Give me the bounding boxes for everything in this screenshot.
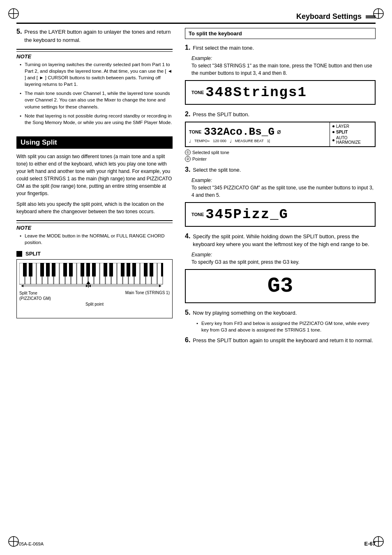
- step5-left-text: Press the LAYER button again to unlayer …: [24, 28, 173, 44]
- split-label-text: SPLIT: [25, 251, 41, 257]
- note-item-2-0: Leave the MODE button in the NORMAL or F…: [20, 233, 173, 246]
- step4-example-label: Example:: [191, 252, 376, 258]
- lcd2-tone-label: TONE: [189, 129, 201, 134]
- svg-rect-47: [104, 263, 107, 276]
- lcd2-tempo-label: TEMPO=: [194, 139, 210, 143]
- circle-1: ①: [185, 150, 191, 155]
- using-split-body2: Split also lets you specify the split po…: [16, 200, 173, 215]
- step5-right-num: 5.: [185, 309, 190, 316]
- lcd2-beat-icon: ♩: [230, 139, 232, 143]
- annotation-2: ② Pointer: [185, 156, 376, 162]
- svg-rect-39: [40, 263, 44, 276]
- step3-example-label: Example:: [191, 177, 376, 183]
- svg-rect-46: [92, 263, 96, 276]
- lcd-display-4: G3: [185, 269, 376, 303]
- lcd2-side-auto: AUTO HARMONIZE: [332, 136, 372, 145]
- keyboard-svg: /* keys drawn below */: [19, 263, 163, 288]
- lcd3-text: 345Pizz_G: [205, 207, 288, 222]
- lcd-display-2: TONE 332Aco.Bs_G ø ♩ TEMPO= 120 000 ♩ ME…: [185, 122, 376, 147]
- svg-rect-49: [121, 263, 125, 276]
- svg-rect-42: [63, 263, 67, 276]
- step5-right-text: Now try playing something on the keyboar…: [193, 309, 376, 317]
- lcd2-bar-value: 1|: [267, 139, 270, 143]
- step5-bullets: Every key from F#3 and below is assigned…: [193, 320, 376, 333]
- footer-code: 705A-E-069A: [16, 541, 44, 546]
- layer-dot: [332, 125, 334, 127]
- lcd1-tone-label: TONE: [191, 90, 204, 95]
- split-side-label: SPLIT: [336, 130, 348, 134]
- svg-rect-44: [81, 263, 84, 276]
- using-split-body1: With split you can assign two different …: [16, 153, 173, 197]
- step5-left-num: 5.: [16, 28, 22, 35]
- note-item-1-0: Turning on layering switches the current…: [20, 61, 173, 88]
- step1-example-text: To select "348 STRINGS 1" as the main to…: [191, 62, 376, 77]
- lcd1-text: 348Strings1: [205, 85, 307, 100]
- keyboard-label-split: Split Tone(PIZZICATO GM): [19, 290, 51, 301]
- keyboard-diagram: /* keys drawn below */: [16, 259, 173, 318]
- step2-text: Press the SPLIT button.: [193, 111, 376, 119]
- lcd2-side-layer: LAYER: [332, 124, 372, 129]
- split-point-label: Split point: [19, 302, 170, 306]
- lcd4-text: G3: [267, 274, 293, 298]
- two-col-layout: 5. Press the LAYER button again to unlay…: [16, 28, 376, 348]
- step1-right: 1. First select the main tone.: [185, 44, 376, 52]
- using-split-heading: Using Split: [16, 136, 173, 149]
- black-square-icon: [16, 251, 22, 257]
- step3-text: Select the split tone.: [193, 166, 376, 174]
- step5-left: 5. Press the LAYER button again to unlay…: [16, 28, 173, 44]
- lcd-display-1: TONE 348Strings1: [185, 80, 376, 105]
- circle-2: ②: [185, 156, 191, 162]
- step4-num: 4.: [185, 233, 190, 240]
- svg-marker-59: [86, 285, 88, 287]
- step1-example-label: Example:: [191, 55, 376, 61]
- svg-marker-58: [21, 285, 23, 287]
- svg-rect-37: [23, 263, 27, 276]
- lcd2-main: TONE 332Aco.Bs_G ø ♩ TEMPO= 120 000 ♩ ME…: [186, 122, 330, 146]
- note-section-1: NOTE Turning on layering switches the cu…: [16, 49, 173, 126]
- corner-mark-tr: [372, 7, 385, 20]
- lcd2-side-panel: LAYER SPLIT AUTO HARMONIZE: [330, 122, 375, 146]
- step2-num: 2.: [185, 111, 190, 118]
- page-footer: 705A-E-069A E-67: [16, 541, 376, 547]
- auto-dot: [332, 139, 334, 141]
- svg-rect-52: [144, 263, 148, 276]
- lcd2-metronome-icon: ♩: [189, 139, 191, 143]
- lcd2-tempo-value: 120 000: [213, 139, 226, 143]
- step3-num: 3.: [185, 166, 190, 173]
- svg-rect-54: [161, 263, 163, 276]
- lcd3-tone-label: TONE: [191, 212, 204, 217]
- svg-rect-51: [132, 263, 136, 276]
- split-label-row: SPLIT: [16, 251, 173, 257]
- svg-marker-61: [88, 285, 91, 287]
- svg-rect-41: [52, 263, 55, 276]
- note-list-2: Leave the MODE button in the NORMAL or F…: [16, 233, 173, 246]
- svg-rect-48: [109, 263, 113, 276]
- annotation-2-text: Pointer: [192, 157, 207, 161]
- lcd2-measure-label: MEASURE BEAT: [235, 139, 264, 143]
- lcd2-side-split: SPLIT: [332, 130, 372, 134]
- page-header: Keyboard Settings: [16, 12, 376, 24]
- to-split-box: To split the keyboard: [185, 28, 376, 39]
- annotation-1: ① Selected split tone: [185, 150, 376, 155]
- step5-bullet-0: Every key from F#3 and below is assigned…: [196, 320, 376, 333]
- step4-right: 4. Specify the split point. While holdin…: [185, 233, 376, 249]
- step6-right-num: 6.: [185, 336, 190, 344]
- svg-rect-40: [46, 263, 50, 276]
- step4-text: Specify the split point. While holding d…: [193, 233, 376, 249]
- step1-text: First select the main tone.: [193, 44, 376, 52]
- page-number: E-67: [364, 541, 376, 547]
- note-item-1-2: Note that layering is not possible durin…: [20, 113, 173, 126]
- step6-right-text: Press the SPLIT button again to unsplit …: [193, 336, 376, 345]
- split-dot: [332, 131, 334, 133]
- step6-right: 6. Press the SPLIT button again to unspl…: [185, 336, 376, 345]
- note-title-1: NOTE: [16, 53, 173, 60]
- step3-example-text: To select "345 PIZZICATO GM" as the spli…: [191, 184, 376, 199]
- svg-rect-50: [127, 263, 130, 276]
- left-column: 5. Press the LAYER button again to unlay…: [16, 28, 173, 348]
- auto-harmonize-label: AUTO HARMONIZE: [336, 136, 372, 145]
- svg-rect-45: [86, 263, 90, 276]
- lcd-display-3: TONE 345Pizz_G: [185, 202, 376, 227]
- svg-rect-43: [69, 263, 73, 276]
- page-container: Keyboard Settings 5. Press the LAYER but…: [0, 0, 392, 555]
- lcd2-text: 332Aco.Bs_G: [204, 126, 274, 138]
